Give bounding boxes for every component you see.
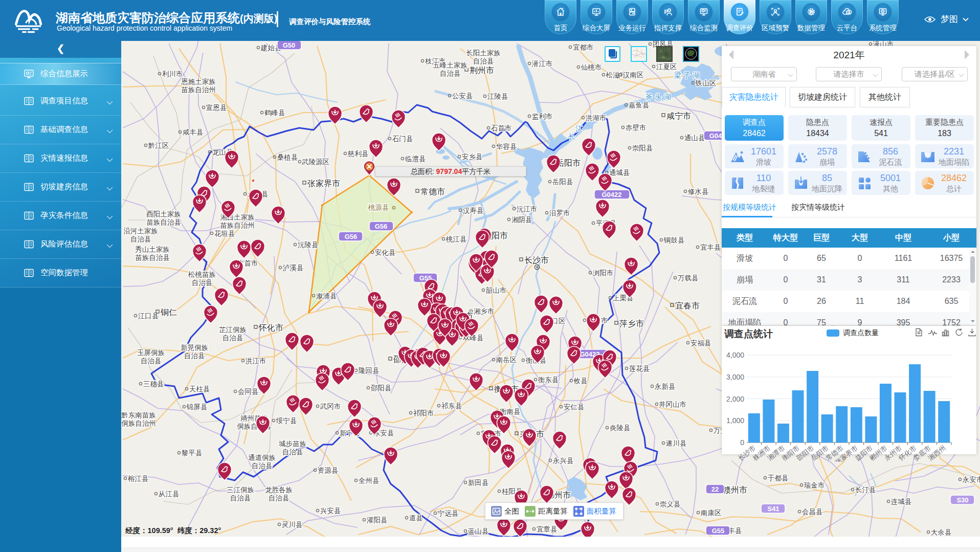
svg-text:宣恩县: 宣恩县 (206, 104, 227, 112)
svg-text:崇阳县: 崇阳县 (632, 144, 653, 152)
svg-text:监利市: 监利市 (532, 113, 553, 120)
svg-text:沅陵县: 沅陵县 (298, 241, 319, 249)
svg-text:长汀县: 长汀县 (855, 486, 876, 494)
svg-text:临澧县: 临澧县 (405, 155, 426, 163)
svg-text:汉南区: 汉南区 (623, 71, 644, 79)
svg-text:自治县: 自治县 (282, 448, 303, 456)
svg-text:瑞金市: 瑞金市 (804, 481, 825, 489)
svg-text:黔东南苗族: 黔东南苗族 (121, 411, 156, 419)
svg-text:南康区: 南康区 (701, 509, 722, 517)
svg-text:灌阳县: 灌阳县 (367, 516, 388, 524)
svg-text:花垣县: 花垣县 (214, 230, 235, 237)
svg-text:安化县: 安化县 (375, 249, 396, 256)
svg-text:祁东县: 祁东县 (441, 402, 462, 410)
svg-text:灵川县: 灵川县 (282, 521, 303, 528)
svg-text:石门县: 石门县 (392, 135, 413, 143)
svg-text:石首市: 石首市 (491, 124, 512, 132)
svg-text:黔江区: 黔江区 (148, 142, 169, 149)
svg-text:3,000: 3,000 (726, 373, 744, 381)
svg-text:岳阳县: 岳阳县 (552, 178, 573, 186)
svg-text:汨罗市: 汨罗市 (549, 209, 570, 217)
svg-text:苗族自治县: 苗族自治县 (146, 218, 181, 226)
svg-text:溆浦县: 溆浦县 (316, 292, 337, 300)
svg-text:铜鼓县: 铜鼓县 (663, 236, 685, 244)
svg-text:遂川县: 遂川县 (666, 439, 687, 447)
svg-text:新田县: 新田县 (468, 479, 489, 487)
svg-text:宜都市: 宜都市 (573, 43, 594, 51)
svg-text:苗族自治州: 苗族自治州 (181, 86, 216, 94)
svg-text:G50: G50 (283, 41, 296, 49)
svg-text:万载县: 万载县 (678, 274, 699, 282)
svg-text:南岳区: 南岳区 (496, 356, 517, 364)
svg-text:自治县: 自治县 (184, 352, 205, 360)
svg-text:祁阳市: 祁阳市 (413, 409, 434, 417)
svg-text:资源县: 资源县 (318, 467, 339, 474)
svg-text:利川市: 利川市 (162, 70, 183, 78)
svg-text:侗族自治州: 侗族自治州 (121, 419, 156, 427)
svg-text:三穗县: 三穗县 (143, 380, 164, 388)
svg-text:0: 0 (740, 438, 744, 447)
svg-text:全州县: 全州县 (359, 477, 380, 484)
svg-text:邵阳县: 邵阳县 (371, 384, 392, 392)
svg-text:宜丰县: 宜丰县 (700, 244, 721, 251)
svg-text:崇义县: 崇义县 (660, 500, 681, 508)
svg-text:秀山土家族: 秀山土家族 (135, 246, 170, 253)
svg-text:桃源县: 桃源县 (368, 204, 389, 211)
svg-text:城步苗族: 城步苗族 (278, 440, 306, 448)
svg-text:怀化市: 怀化市 (258, 323, 283, 332)
svg-text:江陵县: 江陵县 (487, 93, 508, 100)
svg-text:荆州市: 荆州市 (470, 66, 494, 75)
svg-text:仙桃市: 仙桃市 (581, 63, 602, 71)
svg-text:自治县: 自治县 (222, 334, 243, 342)
svg-text:公安县: 公安县 (452, 92, 473, 100)
svg-text:咸丰县: 咸丰县 (183, 128, 204, 136)
svg-text:龙胜各族: 龙胜各族 (265, 486, 293, 494)
svg-text:炎陵县: 炎陵县 (610, 424, 631, 432)
svg-text:自治县: 自治县 (269, 494, 289, 502)
svg-text:自治县: 自治县 (141, 357, 162, 365)
svg-text:沿河土家族: 沿河土家族 (123, 227, 158, 235)
svg-text:4,000: 4,000 (726, 351, 744, 359)
svg-text:江夏区: 江夏区 (656, 63, 677, 71)
svg-text:洪江市: 洪江市 (246, 357, 266, 365)
svg-text:永新县: 永新县 (654, 383, 676, 390)
svg-text:黎平县: 黎平县 (182, 449, 203, 457)
svg-text:衡东县: 衡东县 (538, 376, 559, 384)
svg-text:会昌县: 会昌县 (802, 508, 823, 516)
svg-text:G55: G55 (712, 527, 725, 535)
svg-text:恩施土家族: 恩施土家族 (181, 78, 216, 85)
svg-text:浏阳市: 浏阳市 (593, 269, 614, 277)
svg-text:韶山市: 韶山市 (485, 286, 507, 294)
svg-text:G56: G56 (375, 223, 388, 230)
svg-text:修水县: 修水县 (688, 188, 709, 195)
svg-text:自治县: 自治县 (230, 494, 251, 502)
svg-text:沅江市: 沅江市 (517, 205, 538, 213)
svg-text:22: 22 (711, 485, 719, 493)
svg-text:华容县: 华容县 (496, 143, 517, 150)
svg-text:宜春市: 宜春市 (675, 301, 700, 310)
svg-text:赤壁市: 赤壁市 (626, 124, 647, 131)
svg-text:隆回县: 隆回县 (359, 367, 380, 374)
svg-text:铜仁: 铜仁 (161, 308, 177, 317)
svg-text:自治县: 自治县 (130, 235, 151, 243)
svg-text:井冈山市: 井冈山市 (659, 401, 686, 408)
svg-text:从江县: 从江县 (159, 490, 180, 498)
svg-text:常德市: 常德市 (420, 187, 445, 196)
svg-text:G04: G04 (709, 132, 722, 140)
svg-text:潜江市: 潜江市 (532, 60, 553, 68)
svg-text:安福县: 安福县 (691, 339, 711, 347)
svg-text:新晃侗族: 新晃侗族 (181, 344, 208, 351)
svg-text:莲花县: 莲花县 (629, 365, 650, 372)
svg-text:绥宁县: 绥宁县 (276, 417, 297, 425)
svg-text:江: 江 (575, 124, 583, 133)
svg-text:宜章县: 宜章县 (537, 525, 558, 533)
svg-text:攸县: 攸县 (573, 377, 588, 385)
svg-text:道县: 道县 (409, 514, 424, 522)
svg-text:武陵源区: 武陵源区 (301, 158, 329, 166)
svg-text:鹤峰县: 鹤峰县 (264, 109, 285, 117)
svg-text:洪湖市: 洪湖市 (586, 114, 607, 122)
svg-text:2,000: 2,000 (726, 395, 744, 403)
svg-text:长阳土家族: 长阳土家族 (466, 49, 501, 57)
svg-text:蓝山县: 蓝山县 (468, 527, 489, 535)
svg-text:咸宁市: 咸宁市 (666, 112, 691, 120)
